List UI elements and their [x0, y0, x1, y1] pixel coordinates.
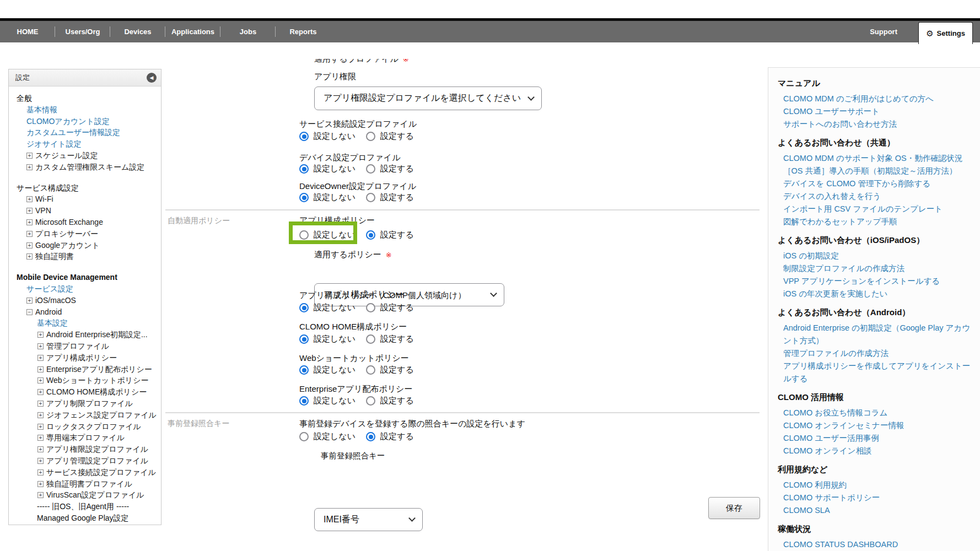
- tree-node-custom-admin-scheme[interactable]: +カスタム管理権限スキーム設定: [12, 161, 159, 173]
- tree-node-virusscan-profile[interactable]: +VirusScan設定プロファイル: [12, 489, 159, 501]
- expand-plus-icon[interactable]: +: [26, 253, 33, 260]
- radio-option-yes[interactable]: 設定する: [366, 396, 414, 406]
- tree-node-google-account[interactable]: +Googleアカウント: [12, 240, 159, 251]
- help-link[interactable]: CLOMO MDM のご利用がはじめての方へ: [783, 93, 973, 105]
- tree-node-schedule[interactable]: +スケジュール設定: [12, 150, 159, 161]
- tree-node-ios-macos[interactable]: +iOS/macOS: [12, 295, 159, 306]
- help-link[interactable]: CLOMO ユーザー活用事例: [783, 432, 973, 445]
- help-link[interactable]: インポート用 CSV ファイルのテンプレート: [783, 203, 973, 215]
- help-link[interactable]: CLOMO サポートポリシー: [783, 491, 973, 504]
- nav-item-applications[interactable]: Applications: [165, 21, 220, 42]
- radio-unselected-icon[interactable]: [366, 193, 375, 202]
- radio-unselected-icon[interactable]: [366, 396, 375, 406]
- help-link[interactable]: デバイスを CLOMO 管理下から削除する: [783, 177, 973, 190]
- radio-selected-icon[interactable]: [299, 164, 309, 174]
- help-link[interactable]: CLOMO お役立ち情報コラム: [783, 407, 973, 419]
- radio-option-yes[interactable]: 設定する: [366, 230, 414, 240]
- help-link[interactable]: iOS の初期設定: [783, 250, 973, 262]
- radio-unselected-icon[interactable]: [366, 303, 375, 312]
- radio-label[interactable]: 設定する: [380, 334, 414, 344]
- expand-plus-icon[interactable]: +: [26, 298, 33, 304]
- radio-label[interactable]: 設定しない: [314, 230, 356, 240]
- help-link[interactable]: アプリ構成ポリシーを作成してアプリをインストールする: [783, 360, 973, 385]
- expand-plus-icon[interactable]: +: [37, 446, 44, 452]
- radio-label[interactable]: 設定しない: [314, 334, 356, 344]
- expand-plus-icon[interactable]: +: [37, 424, 44, 430]
- expand-plus-icon[interactable]: +: [37, 412, 44, 418]
- radio-option-no[interactable]: 設定しない: [299, 334, 356, 344]
- radio-unselected-icon[interactable]: [299, 432, 309, 441]
- radio-label[interactable]: 設定する: [380, 230, 414, 240]
- radio-unselected-icon[interactable]: [366, 365, 375, 375]
- radio-label[interactable]: 設定する: [380, 164, 414, 174]
- expand-plus-icon[interactable]: +: [37, 332, 44, 338]
- radio-option-yes[interactable]: 設定する: [366, 365, 414, 375]
- tree-node-vpn[interactable]: +VPN: [12, 205, 159, 217]
- help-link[interactable]: CLOMO オンライン相談: [783, 445, 973, 457]
- expand-plus-icon[interactable]: +: [37, 481, 44, 487]
- help-link[interactable]: Android Enterprise の初期設定（Google Play アカウ…: [783, 322, 973, 347]
- help-link[interactable]: デバイスの入れ替えを行う: [783, 190, 973, 203]
- tree-link-clomo-account[interactable]: CLOMOアカウント設定: [12, 116, 159, 127]
- help-link[interactable]: CLOMO STATUS DASHBOARD: [783, 538, 973, 551]
- nav-item-reports[interactable]: Reports: [276, 21, 331, 42]
- radio-label[interactable]: 設定する: [380, 431, 414, 442]
- expand-plus-icon[interactable]: +: [26, 164, 33, 170]
- radio-unselected-icon[interactable]: [366, 164, 375, 174]
- tree-node-wifi[interactable]: +Wi-Fi: [12, 193, 159, 205]
- expand-plus-icon[interactable]: +: [37, 435, 44, 441]
- expand-plus-icon[interactable]: +: [37, 469, 44, 476]
- tree-link-service-settings[interactable]: サービス設定: [12, 283, 159, 295]
- radio-option-no[interactable]: 設定しない: [299, 131, 356, 142]
- tree-node-app-permission-profile[interactable]: +アプリ権限設定プロファイル: [12, 444, 159, 455]
- expand-plus-icon[interactable]: +: [37, 492, 44, 498]
- nav-item-home[interactable]: HOME: [0, 21, 55, 42]
- expand-plus-icon[interactable]: +: [26, 231, 33, 237]
- radio-selected-icon[interactable]: [299, 132, 309, 141]
- help-link[interactable]: VPP アプリケーションをインストールする: [783, 275, 973, 288]
- help-link[interactable]: サポートへのお問い合わせ方法: [783, 118, 973, 131]
- help-link[interactable]: CLOMO MDM のサポート対象 OS・動作確認状況: [783, 152, 973, 165]
- expand-plus-icon[interactable]: +: [26, 196, 33, 202]
- tree-node-web-shortcut-policy[interactable]: +Webショートカットポリシー: [12, 375, 159, 386]
- tree-node-geofence-profile[interactable]: +ジオフェンス設定プロファイル: [12, 409, 159, 421]
- help-link[interactable]: ［OS 共通］導入の手順（初期設定～活用方法）: [783, 165, 973, 177]
- expand-plus-icon[interactable]: +: [37, 343, 44, 349]
- radio-label[interactable]: 設定しない: [314, 192, 356, 203]
- radio-selected-icon[interactable]: [366, 230, 375, 240]
- radio-option-no[interactable]: 設定しない: [299, 396, 356, 406]
- nav-item-support[interactable]: Support: [870, 21, 897, 42]
- help-link[interactable]: CLOMO オンラインセミナー情報: [783, 419, 973, 432]
- tree-node-enterprise-app-policy[interactable]: +Enterpriseアプリ配布ポリシー: [12, 364, 159, 375]
- radio-label[interactable]: 設定しない: [314, 302, 356, 313]
- help-link[interactable]: 管理プロファイルの作成方法: [783, 347, 973, 360]
- expand-plus-icon[interactable]: +: [26, 208, 33, 214]
- tree-node-custom-certificate[interactable]: +独自証明書: [12, 251, 159, 262]
- radio-option-yes[interactable]: 設定する: [366, 131, 414, 142]
- help-link[interactable]: 制限設定プロファイルの作成方法: [783, 262, 973, 275]
- radio-unselected-icon[interactable]: [366, 334, 375, 344]
- radio-option-no[interactable]: 設定しない: [299, 192, 356, 203]
- tree-node-locktask-profile[interactable]: +ロックタスクプロファイル: [12, 421, 159, 433]
- expand-plus-icon[interactable]: +: [37, 389, 44, 395]
- radio-label[interactable]: 設定する: [380, 302, 414, 313]
- radio-option-yes[interactable]: 設定する: [366, 334, 414, 344]
- expand-plus-icon[interactable]: +: [37, 458, 44, 464]
- help-link[interactable]: CLOMO ユーザーサポート: [783, 105, 973, 118]
- radio-option-no[interactable]: 設定しない: [299, 302, 356, 313]
- radio-label[interactable]: 設定しない: [314, 431, 356, 442]
- tree-node-clomo-home-policy[interactable]: +CLOMO HOME構成ポリシー: [12, 386, 159, 398]
- tree-link-custom-user-info[interactable]: カスタムユーザー情報設定: [12, 127, 159, 138]
- tree-node-management-profile[interactable]: +管理プロファイル: [12, 341, 159, 352]
- radio-selected-icon[interactable]: [366, 432, 375, 441]
- expand-plus-icon[interactable]: +: [37, 401, 44, 407]
- help-link[interactable]: CLOMO SLA: [783, 504, 973, 517]
- panel-collapse-button[interactable]: ◀: [147, 73, 157, 83]
- radio-label[interactable]: 設定する: [380, 396, 414, 406]
- radio-option-yes[interactable]: 設定する: [366, 431, 414, 442]
- expand-plus-icon[interactable]: +: [26, 153, 33, 159]
- collapse-minus-icon[interactable]: −: [26, 309, 33, 315]
- tree-node-service-connection-profile[interactable]: +サービス接続設定プロファイル: [12, 467, 159, 478]
- tree-node-custom-cert-profile[interactable]: +独自証明書プロファイル: [12, 478, 159, 490]
- help-link[interactable]: 図解でわかるセットアップ手順: [783, 215, 973, 228]
